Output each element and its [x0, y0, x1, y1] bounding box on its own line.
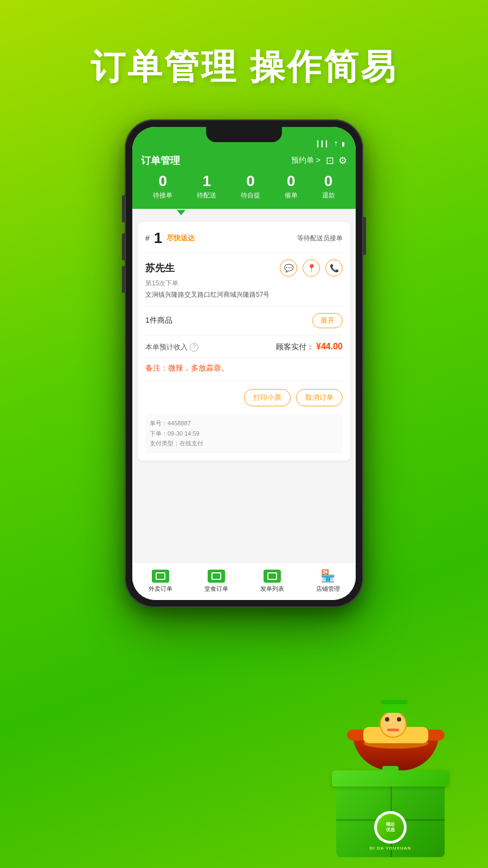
stat-urge[interactable]: 0 催单 [285, 174, 298, 200]
nav-dine[interactable]: 堂食订单 [188, 570, 244, 593]
stat-delivery-label: 待配送 [197, 191, 216, 200]
items-section: 1件商品 展开 [145, 313, 343, 335]
stat-urge-label: 催单 [285, 191, 298, 200]
nav-takeout[interactable]: 外卖订单 [132, 570, 188, 593]
stat-delivery[interactable]: 1 待配送 [197, 174, 216, 200]
stat-waiting-num: 0 [159, 174, 168, 189]
green-box: 嘀达优选 DI DA YOUXUAN [336, 770, 450, 857]
print-button[interactable]: 打印小票 [244, 389, 291, 406]
hero-title: 订单管理 操作简易 [0, 0, 488, 91]
bottom-nav: 外卖订单 堂食订单 发单列表 🏪 [132, 562, 356, 600]
phone-mockup: ▎▎▎ ⇡ ▮ 订单管理 预约单 > ⊡ ⚙ [125, 119, 363, 608]
nav-list-icon [264, 570, 281, 583]
location-button[interactable]: 📍 [303, 259, 320, 277]
customer-pay-label: 顾客实付： [276, 342, 314, 351]
order-header: # 1 尽快送达 等待配送员接单 [145, 229, 343, 253]
header-title: 订单管理 [141, 154, 180, 167]
scan-icon[interactable]: ⊡ [326, 155, 334, 167]
stat-delivery-num: 1 [202, 174, 211, 189]
hash-symbol: # [145, 234, 150, 242]
info-icon[interactable]: ? [190, 343, 198, 352]
appointment-link[interactable]: 预约单 > [291, 156, 320, 165]
nav-list[interactable]: 发单列表 [244, 570, 300, 593]
address: 文涧镇兴隆路交叉路口红河商城兴隆路57号 [145, 290, 343, 299]
tab-indicator [177, 210, 185, 215]
nav-list-label: 发单列表 [260, 585, 284, 593]
brand-mascot: 嘀达优选 DI DA YOUXUAN [336, 705, 466, 857]
expand-button[interactable]: 展开 [312, 313, 343, 328]
order-card: # 1 尽快送达 等待配送员接单 苏先生 💬 📍 [138, 222, 350, 461]
stat-pickup-num: 0 [246, 174, 255, 189]
stat-refund-num: 0 [324, 174, 333, 189]
nav-store[interactable]: 🏪 店铺管理 [300, 570, 356, 593]
order-meta: 单号：4458887 下单：09-30 14:59 支付类型：在线支付 [145, 414, 343, 453]
order-time: 下单：09-30 14:59 [150, 429, 338, 439]
items-count: 1件商品 [145, 316, 172, 326]
nav-takeout-icon [152, 570, 169, 583]
battery-icon: ▮ [342, 141, 345, 148]
signal-icon: ▎▎▎ [317, 141, 330, 148]
customer-section: 苏先生 💬 📍 📞 第15次下单 文涧镇兴隆路交叉路口红河商城兴隆路57号 [145, 259, 343, 307]
stat-refund[interactable]: 0 退款 [322, 174, 335, 200]
content-area: # 1 尽快送达 等待配送员接单 苏先生 💬 📍 [132, 215, 356, 562]
cancel-button[interactable]: 取消订单 [296, 389, 343, 406]
brand-pinyin: DI DA YOUXUAN [358, 846, 423, 851]
pay-type: 支付类型：在线支付 [150, 438, 338, 449]
phone-button[interactable]: 📞 [325, 259, 343, 277]
order-number: 1 [154, 229, 163, 247]
customer-name: 苏先生 [145, 261, 175, 275]
stat-urge-num: 0 [287, 174, 296, 189]
price-section: 本单预计收入 ? 顾客实付： ¥44.00 [145, 342, 343, 358]
delivery-type: 尽快送达 [166, 233, 195, 243]
remarks: 备注：微辣，多放蒜蓉。 [145, 363, 343, 381]
order-no: 单号：4458887 [150, 418, 338, 429]
stat-waiting[interactable]: 0 待接单 [153, 174, 172, 200]
estimated-label: 本单预计收入 [145, 342, 188, 352]
stats-row: 0 待接单 1 待配送 0 待自提 0 催单 [141, 174, 347, 203]
stat-pickup[interactable]: 0 待自提 [241, 174, 260, 200]
wifi-icon: ⇡ [333, 141, 338, 148]
message-button[interactable]: 💬 [280, 259, 297, 277]
action-buttons: 打印小票 取消订单 [145, 389, 343, 406]
app-header: 订单管理 预约单 > ⊡ ⚙ 0 待接单 [132, 151, 356, 209]
nav-dine-label: 堂食订单 [204, 585, 228, 593]
nav-store-icon: 🏪 [319, 570, 337, 583]
stat-waiting-label: 待接单 [153, 191, 172, 200]
nav-store-label: 店铺管理 [316, 585, 340, 593]
nav-dine-icon [208, 570, 225, 583]
phone-notch [206, 127, 282, 142]
stat-refund-label: 退款 [322, 191, 335, 200]
customer-pay-amount: ¥44.00 [316, 342, 343, 351]
order-count: 第15次下单 [145, 279, 343, 288]
stat-pickup-label: 待自提 [241, 191, 260, 200]
settings-icon[interactable]: ⚙ [338, 155, 347, 167]
nav-takeout-label: 外卖订单 [149, 585, 172, 593]
order-status: 等待配送员接单 [297, 234, 343, 243]
